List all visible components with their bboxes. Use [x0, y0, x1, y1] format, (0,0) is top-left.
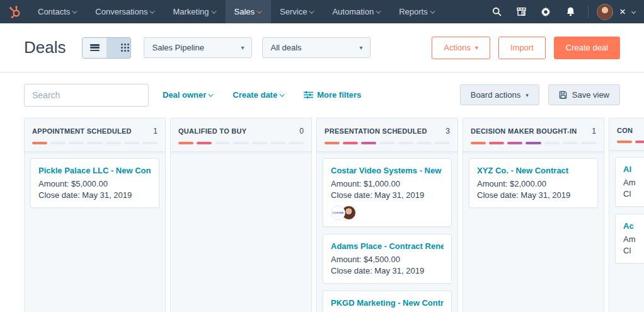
column-title: QUALIFIED TO BUY	[178, 127, 247, 135]
stage-progress-segment	[563, 142, 578, 144]
deal-card[interactable]: Pickle Palace LLC - New Contract Amount:…	[30, 158, 159, 208]
deals-filter-select[interactable]: All deals ▾	[262, 37, 371, 58]
deal-amount: Amount: $4,500.00	[331, 254, 444, 265]
deal-card[interactable]: PKGD Marketing - New Contract Amount: $1…	[323, 291, 452, 312]
stage-progress-segment	[197, 142, 212, 144]
stage-progress-segment	[106, 142, 121, 144]
deal-title-link[interactable]: Costar Video Systems - New Deal	[331, 165, 444, 176]
deal-title-link[interactable]: PKGD Marketing - New Contract	[331, 298, 444, 308]
column-count: 1	[153, 127, 158, 136]
column-header: PRESENTATION SCHEDULED 3	[317, 118, 457, 152]
stage-progress-bar	[325, 142, 450, 144]
deal-amount: Amount: $2,000.00	[477, 178, 590, 190]
nav-item-marketing[interactable]: Marketing	[164, 0, 225, 23]
list-view-button[interactable]	[83, 38, 106, 58]
chevron-down-icon[interactable]	[631, 9, 636, 14]
deal-close-date: Close date: May 31, 2019	[331, 190, 444, 201]
deal-owner-filter[interactable]: Deal owner	[163, 90, 214, 100]
settings-gear-icon[interactable]	[536, 3, 555, 21]
nav-item-contacts[interactable]: Contacts	[29, 0, 86, 23]
deals-filter-value: All deals	[270, 43, 301, 52]
column-decision-maker-bought-in: DECISION MAKER BOUGHT-IN 1 XYZ Co. - New…	[463, 118, 604, 312]
deal-card[interactable]: XYZ Co. - New Contract Amount: $2,000.00…	[469, 158, 598, 208]
deal-title-link[interactable]: Ac	[623, 221, 644, 231]
hubspot-logo-icon[interactable]	[0, 0, 29, 23]
stage-progress-bar	[471, 142, 596, 144]
search-box	[24, 84, 149, 107]
deal-card[interactable]: Al Am Cl	[615, 157, 644, 207]
search-icon[interactable]	[487, 3, 506, 21]
nav-item-label: Sales	[234, 7, 255, 16]
nav-item-reports[interactable]: Reports	[390, 0, 444, 23]
board-view-button[interactable]	[106, 38, 130, 58]
column-count: 3	[446, 127, 450, 136]
header-actions: Actions ▾ Import Create deal	[432, 37, 620, 59]
column-qualified-to-buy: QUALIFIED TO BUY 0	[170, 118, 312, 312]
pipeline-select[interactable]: Sales Pipeline ▾	[144, 37, 252, 58]
nav-item-label: Reports	[399, 7, 428, 16]
top-navbar: Contacts Conversations Marketing Sales S…	[0, 0, 644, 23]
nav-item-conversations[interactable]: Conversations	[86, 0, 164, 23]
stage-progress-segment	[635, 141, 644, 143]
deal-amount: Am	[623, 177, 644, 188]
notifications-bell-icon[interactable]	[561, 3, 580, 21]
stage-progress-segment	[361, 142, 376, 144]
stage-progress-segment	[289, 142, 304, 144]
create-date-filter[interactable]: Create date	[233, 90, 285, 100]
deal-close-date: Cl	[623, 188, 644, 200]
deal-amount: Amount: $5,000.00	[38, 178, 151, 190]
actions-button[interactable]: Actions ▾	[432, 37, 490, 59]
stage-progress-segment	[142, 142, 158, 144]
import-button-label: Import	[510, 43, 534, 52]
nav-item-service[interactable]: Service	[271, 0, 323, 23]
chevron-down-icon	[430, 8, 435, 13]
deal-close-date: Close date: May 31, 2019	[477, 190, 590, 201]
nav-right-tools: ×	[487, 0, 644, 23]
board-actions-button[interactable]: Board actions ▾	[460, 84, 539, 105]
deal-title-link[interactable]: Adams Place - Contract Renewal	[331, 241, 444, 251]
chevron-down-icon	[150, 8, 155, 13]
chevron-down-icon	[209, 91, 214, 96]
create-deal-button[interactable]: Create deal	[554, 37, 620, 59]
card-list: Pickle Palace LLC - New Contract Amount:…	[25, 152, 165, 214]
column-header: DECISION MAKER BOUGHT-IN 1	[463, 118, 604, 152]
deal-card[interactable]: Adams Place - Contract Renewal Amount: $…	[323, 234, 452, 284]
deal-title-link[interactable]: Pickle Palace LLC - New Contract	[38, 165, 151, 176]
deal-close-date: Cl	[623, 245, 644, 257]
stage-progress-segment	[325, 142, 340, 144]
deal-board: APPOINTMENT SCHEDULED 1 Pickle Palace LL…	[0, 117, 644, 312]
create-deal-label: Create deal	[566, 43, 608, 52]
more-filters-button[interactable]: More filters	[304, 90, 361, 100]
nav-item-automation[interactable]: Automation	[323, 0, 390, 23]
import-button[interactable]: Import	[498, 37, 546, 59]
deal-card[interactable]: Costar Video Systems - New Deal Amount: …	[323, 158, 452, 227]
column-count: 0	[299, 127, 304, 136]
filter-sliders-icon	[304, 91, 313, 99]
chevron-down-icon	[211, 8, 216, 13]
user-avatar[interactable]	[597, 4, 613, 20]
card-list: XYZ Co. - New Contract Amount: $2,000.00…	[463, 152, 604, 214]
stage-progress-segment	[343, 142, 358, 144]
close-icon[interactable]: ×	[619, 6, 626, 17]
column-title: APPOINTMENT SCHEDULED	[32, 127, 132, 135]
nav-item-label: Contacts	[38, 7, 70, 16]
stage-progress-bar	[617, 141, 644, 143]
stage-progress-segment	[233, 142, 248, 144]
deal-title-link[interactable]: Al	[623, 164, 644, 175]
save-view-button[interactable]: Save view	[548, 84, 620, 105]
deal-card[interactable]: Ac Am Cl	[615, 214, 644, 263]
stage-progress-bar	[32, 142, 158, 144]
board-actions-label: Board actions	[471, 90, 521, 100]
deal-amount: Amount: $1,000.00	[331, 178, 444, 190]
stage-progress-segment	[69, 142, 84, 144]
marketplace-icon[interactable]	[512, 3, 531, 21]
search-input[interactable]	[32, 90, 146, 100]
deal-title-link[interactable]: XYZ Co. - New Contract	[477, 165, 590, 176]
stage-progress-segment	[507, 142, 522, 144]
column-contract-sent-clipped: CON Al Am Cl Ac Am Cl	[609, 118, 644, 312]
stage-progress-segment	[526, 142, 541, 144]
nav-item-sales[interactable]: Sales	[226, 0, 272, 23]
nav-item-label: Service	[280, 7, 307, 16]
company-logo-avatar[interactable]: COSTAR	[331, 205, 345, 220]
card-list: Costar Video Systems - New Deal Amount: …	[317, 152, 457, 312]
